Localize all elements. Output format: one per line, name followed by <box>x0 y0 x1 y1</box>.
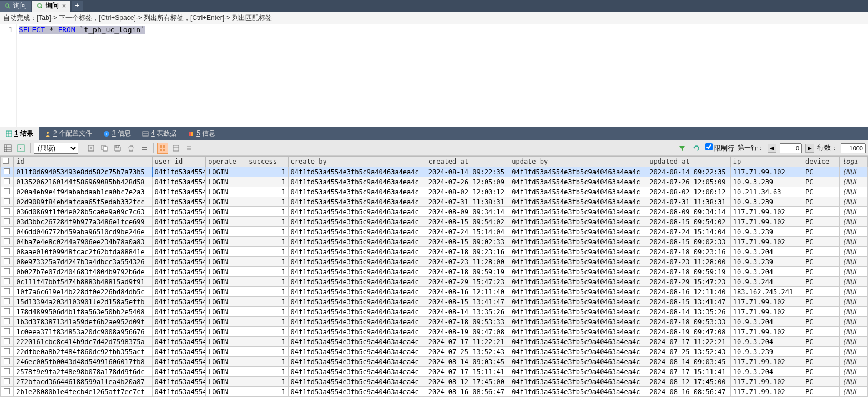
tab-info2[interactable]: 5 信息 <box>182 127 221 140</box>
cell-operate[interactable]: LOGIN <box>206 217 246 227</box>
cell-updated-at[interactable]: 2024-07-18 09:23:16 <box>647 247 731 257</box>
row-checkbox[interactable] <box>1 267 14 277</box>
cell-update-by[interactable]: 04f1fd53a4554e3fb5c9a40463a4ea4c <box>509 187 647 197</box>
row-checkbox[interactable] <box>1 277 14 287</box>
cell-operate[interactable]: LOGIN <box>206 307 246 317</box>
cell-operate[interactable]: LOGIN <box>206 197 246 207</box>
row-checkbox[interactable] <box>1 227 14 237</box>
cell-logi[interactable]: (NUL <box>840 187 868 197</box>
cell-device[interactable]: PC <box>803 327 839 337</box>
cell-created-at[interactable]: 2024-08-15 09:54:02 <box>426 217 509 227</box>
cell-logi[interactable]: (NUL <box>840 357 868 367</box>
tab-tabledata[interactable]: 4 表数据 <box>137 127 182 140</box>
cell-create-by[interactable]: 04f1fd53a4554e3fb5c9a40463a4ea4c <box>288 267 426 277</box>
cell-create-by[interactable]: 04f1fd53a4554e3fb5c9a40463a4ea4c <box>288 347 426 357</box>
col-success[interactable]: success <box>246 157 288 167</box>
table-row[interactable]: 011f0d694053493e8dd582c75b7a73b504f1fd53… <box>1 167 868 177</box>
grid-view-button[interactable] <box>2 143 13 154</box>
cell-id[interactable]: 0c111f47bbf5474b8883b48815ad9f91 <box>14 277 152 287</box>
cell-success[interactable]: 1 <box>246 187 288 197</box>
cell-user-id[interactable]: 04f1fd53a4554e <box>152 297 206 307</box>
cell-logi[interactable]: (NUL <box>840 277 868 287</box>
row-checkbox[interactable] <box>1 187 14 197</box>
table-row[interactable]: 0c111f47bbf5474b8883b48815ad9f9104f1fd53… <box>1 277 868 287</box>
cell-operate[interactable]: LOGIN <box>206 357 246 367</box>
cell-ip[interactable]: 10.9.3.204 <box>730 267 803 277</box>
cell-update-by[interactable]: 04f1fd53a4554e3fb5c9a40463a4ea4c <box>509 247 647 257</box>
cell-create-by[interactable]: 04f1fd53a4554e3fb5c9a40463a4ea4c <box>288 367 426 377</box>
cell-ip[interactable]: 117.71.99.102 <box>730 307 803 317</box>
cell-logi[interactable]: (NUL <box>840 207 868 217</box>
cell-success[interactable]: 1 <box>246 337 288 347</box>
cell-ip[interactable]: 10.9.3.244 <box>730 277 803 287</box>
view-grid-button[interactable] <box>157 143 168 154</box>
cell-success[interactable]: 1 <box>246 177 288 187</box>
cell-logi[interactable]: (NUL <box>840 327 868 337</box>
cell-updated-at[interactable]: 2024-07-18 09:53:33 <box>647 317 731 327</box>
cell-created-at[interactable]: 2024-07-18 09:59:19 <box>426 267 509 277</box>
col-created-at[interactable]: created_at <box>426 157 509 167</box>
cell-ip[interactable]: 10.9.3.204 <box>730 247 803 257</box>
cell-device[interactable]: PC <box>803 277 839 287</box>
cell-update-by[interactable]: 04f1fd53a4554e3fb5c9a40463a4ea4c <box>509 197 647 207</box>
cell-updated-at[interactable]: 2024-08-12 17:45:00 <box>647 377 731 387</box>
cell-updated-at[interactable]: 2024-07-17 11:22:21 <box>647 337 731 347</box>
cell-success[interactable]: 1 <box>246 357 288 367</box>
cell-id[interactable]: 2578f9e9fa2f48e98b078a178dd9f6dc <box>14 367 152 377</box>
cell-ip[interactable]: 183.162.245.241 <box>730 287 803 297</box>
cell-device[interactable]: PC <box>803 227 839 237</box>
cell-success[interactable]: 1 <box>246 257 288 267</box>
cell-ip[interactable]: 10.9.3.204 <box>730 317 803 327</box>
table-row[interactable]: 08aae010f09948fcac2f62bfda88841e04f1fd53… <box>1 247 868 257</box>
cell-updated-at[interactable]: 2024-07-25 13:52:43 <box>647 347 731 357</box>
cell-device[interactable]: PC <box>803 187 839 197</box>
col-user-id[interactable]: user_id <box>152 157 206 167</box>
tab-result[interactable]: 1 结果 <box>0 127 39 140</box>
cell-updated-at[interactable]: 2024-07-29 15:47:23 <box>647 277 731 287</box>
table-row[interactable]: 1c0eea371f834853a20dc9008a95667604f1fd53… <box>1 327 868 337</box>
cell-update-by[interactable]: 04f1fd53a4554e3fb5c9a40463a4ea4c <box>509 167 647 177</box>
cell-device[interactable]: PC <box>803 197 839 207</box>
delete-button[interactable] <box>125 143 137 154</box>
col-operate[interactable]: operate <box>206 157 246 167</box>
row-checkbox[interactable] <box>1 317 14 327</box>
cell-create-by[interactable]: 04f1fd53a4554e3fb5c9a40463a4ea4c <box>288 317 426 327</box>
result-grid-wrap[interactable]: id user_id operate success create_by cre… <box>0 156 868 402</box>
col-ip[interactable]: ip <box>730 157 803 167</box>
cell-user-id[interactable]: 04f1fd53a4554e <box>152 247 206 257</box>
cell-success[interactable]: 1 <box>246 387 288 397</box>
cell-ip[interactable]: 10.211.34.63 <box>730 187 803 197</box>
cell-user-id[interactable]: 04f1fd53a4554e <box>152 227 206 237</box>
save-button[interactable] <box>112 143 123 154</box>
cell-user-id[interactable]: 04f1fd53a4554e <box>152 187 206 197</box>
rows-input[interactable] <box>841 143 866 153</box>
cell-updated-at[interactable]: 2024-07-31 11:38:31 <box>647 197 731 207</box>
row-checkbox[interactable] <box>1 297 14 307</box>
cell-device[interactable]: PC <box>803 357 839 367</box>
table-row[interactable]: 2b1e28080b1e4fecb4e1265aff7ec7cf04f1fd53… <box>1 387 868 397</box>
cell-operate[interactable]: LOGIN <box>206 317 246 327</box>
row-checkbox[interactable] <box>1 307 14 317</box>
cell-user-id[interactable]: 04f1fd53a4554e <box>152 177 206 187</box>
table-row[interactable]: 020a4eb9e4f94ababdaab1ca0bc7e2a304f1fd53… <box>1 187 868 197</box>
cell-create-by[interactable]: 04f1fd53a4554e3fb5c9a40463a4ea4c <box>288 237 426 247</box>
cell-logi[interactable]: (NUL <box>840 197 868 207</box>
cell-user-id[interactable]: 04f1fd53a4554e <box>152 337 206 347</box>
cell-created-at[interactable]: 2024-07-29 15:47:23 <box>426 277 509 287</box>
cell-operate[interactable]: LOGIN <box>206 207 246 217</box>
cell-created-at[interactable]: 2024-07-18 09:53:33 <box>426 317 509 327</box>
cell-logi[interactable]: (NUL <box>840 257 868 267</box>
prev-page-button[interactable]: ◀ <box>768 144 776 153</box>
cell-updated-at[interactable]: 2024-08-14 09:03:45 <box>647 357 731 367</box>
row-checkbox[interactable] <box>1 217 14 227</box>
cell-user-id[interactable]: 04f1fd53a4554e <box>152 267 206 277</box>
cell-user-id[interactable]: 04f1fd53a4554e <box>152 197 206 207</box>
cell-updated-at[interactable]: 2024-08-14 13:35:26 <box>647 307 731 317</box>
cell-create-by[interactable]: 04f1fd53a4554e3fb5c9a40463a4ea4c <box>288 167 426 177</box>
cell-update-by[interactable]: 04f1fd53a4554e3fb5c9a40463a4ea4c <box>509 347 647 357</box>
cell-create-by[interactable]: 04f1fd53a4554e3fb5c9a40463a4ea4c <box>288 287 426 297</box>
row-checkbox[interactable] <box>1 257 14 267</box>
cell-user-id[interactable]: 04f1fd53a4554e <box>152 327 206 337</box>
cell-update-by[interactable]: 04f1fd53a4554e3fb5c9a40463a4ea4c <box>509 317 647 327</box>
cell-update-by[interactable]: 04f1fd53a4554e3fb5c9a40463a4ea4c <box>509 377 647 387</box>
